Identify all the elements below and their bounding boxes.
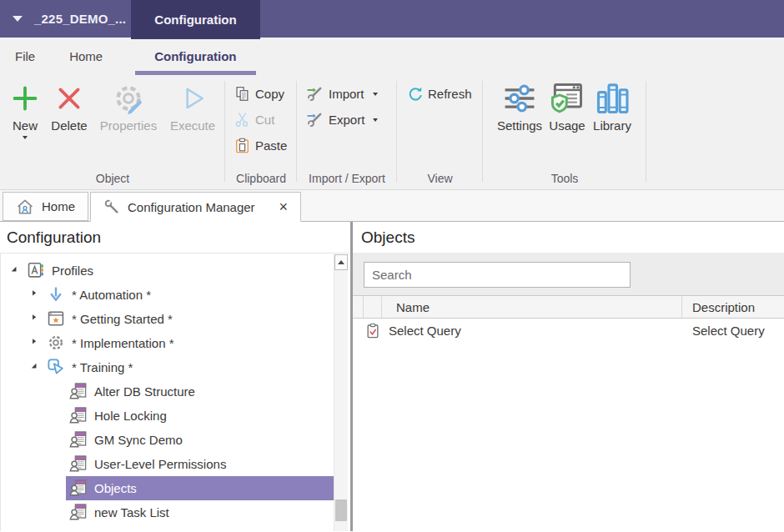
table-row[interactable]: Select QuerySelect Query <box>353 319 784 343</box>
play-icon <box>178 79 207 118</box>
profile-item-icon <box>69 430 88 449</box>
library-books-icon <box>594 79 631 118</box>
ribbon: New Delete Properties Execute Object Cop… <box>0 75 784 190</box>
group-label-clipboard: Clipboard <box>225 172 297 189</box>
objects-panel-title: Objects <box>353 222 784 253</box>
configuration-tree: Profiles* Automation ** Getting Started … <box>0 253 350 531</box>
export-wrench-icon <box>306 111 324 128</box>
expander-closed-icon[interactable] <box>29 289 42 301</box>
objects-panel: Objects Name Description Select QuerySel… <box>353 222 784 531</box>
scroll-up-button[interactable] <box>334 254 348 270</box>
ribbon-tab-file[interactable]: File <box>13 38 37 75</box>
tree-item-training[interactable]: * Training * <box>1 355 334 379</box>
delete-button[interactable]: Delete <box>45 77 93 139</box>
export-button[interactable]: Export <box>306 107 397 133</box>
settings-button[interactable]: Settings <box>493 77 546 133</box>
properties-button: Properties <box>93 77 163 139</box>
refresh-button[interactable]: Refresh <box>406 81 483 107</box>
group-label-tools: Tools <box>483 172 646 189</box>
column-header-description[interactable]: Description <box>682 296 784 318</box>
doc-tab-home[interactable]: Home <box>3 192 88 221</box>
chevron-down-icon[interactable] <box>13 16 23 22</box>
task-check-icon <box>364 323 382 339</box>
import-wrench-icon <box>306 85 324 103</box>
group-label-object: Object <box>0 172 225 189</box>
ribbon-tab-strip: File Home Configuration <box>0 38 784 75</box>
ribbon-group-view: Refresh View <box>397 75 483 189</box>
library-button[interactable]: Library <box>588 77 636 133</box>
tree-item-gm-sync-demo[interactable]: GM Sync Demo <box>1 428 334 452</box>
tree-item-user-level-permissions[interactable]: User-Level Permissions <box>1 452 334 476</box>
row-description: Select Query <box>682 324 784 338</box>
column-header-blank-1[interactable] <box>353 296 364 318</box>
tree-item-objects[interactable]: Objects <box>1 476 334 500</box>
expander-open-icon[interactable] <box>9 264 22 277</box>
tree-item-profiles[interactable]: Profiles <box>1 258 334 283</box>
tree-item-implementation[interactable]: * Implementation * <box>1 331 334 355</box>
home-icon <box>16 198 34 216</box>
scrollbar-thumb[interactable] <box>335 499 347 521</box>
window-tab-configuration[interactable]: Configuration <box>131 0 260 39</box>
column-header-blank-2[interactable] <box>364 296 382 318</box>
copy-icon <box>234 86 250 102</box>
ribbon-group-clipboard: Copy Cut Paste Clipboard <box>225 75 297 189</box>
sliders-icon <box>501 79 538 118</box>
paste-button[interactable]: Paste <box>234 133 297 158</box>
plus-icon <box>11 79 39 118</box>
profile-item-icon <box>69 479 88 498</box>
chevron-down-icon <box>23 136 28 139</box>
tree-item-label: GM Sync Demo <box>94 433 183 447</box>
ribbon-group-object: New Delete Properties Execute Object <box>0 75 225 189</box>
group-label-view: View <box>397 172 483 189</box>
refresh-icon <box>406 86 423 103</box>
profiles-icon <box>27 261 46 280</box>
ribbon-tab-home[interactable]: Home <box>68 38 104 75</box>
tree-item-automation[interactable]: * Automation * <box>1 283 334 307</box>
configuration-panel-title: Configuration <box>0 222 350 253</box>
cut-button: Cut <box>234 107 297 133</box>
usage-shield-icon <box>549 79 585 118</box>
tree-item-label: Profiles <box>52 263 93 278</box>
window-title: _225_DEMO_... <box>34 12 126 26</box>
tree-item-label: Alter DB Structure <box>94 384 195 399</box>
chevron-down-icon <box>373 93 378 96</box>
execute-button: Execute <box>163 77 222 139</box>
tree-item-getting-started[interactable]: * Getting Started * <box>1 307 334 331</box>
profile-item-icon <box>69 382 88 401</box>
implementation-gear-icon <box>47 334 66 353</box>
ribbon-tab-configuration[interactable]: Configuration <box>135 38 255 75</box>
tree-scrollbar[interactable] <box>334 254 348 531</box>
tree-item-label: Hole Locking <box>94 409 167 423</box>
tree-item-new-task-list[interactable]: new Task List <box>1 500 334 524</box>
profile-item-icon <box>69 406 88 425</box>
automation-arrow-icon <box>47 285 66 304</box>
delete-icon <box>55 79 83 118</box>
chevron-down-icon <box>373 118 378 122</box>
main-content: Configuration Profiles* Automation ** Ge… <box>0 222 784 531</box>
group-label-import-export: Import / Export <box>297 172 397 189</box>
tree-item-label: Objects <box>94 481 137 495</box>
tree-item-hole-locking[interactable]: Hole Locking <box>1 404 334 428</box>
tree-item-label: * Implementation * <box>72 336 174 350</box>
tree-item-alter-db-structure[interactable]: Alter DB Structure <box>1 379 334 404</box>
doc-tab-configuration-manager[interactable]: Configuration Manager <box>90 192 301 222</box>
import-button[interactable]: Import <box>306 81 397 107</box>
expander-open-icon[interactable] <box>29 361 42 374</box>
expander-closed-icon[interactable] <box>29 313 42 325</box>
gear-pencil-icon <box>112 79 145 118</box>
arrow-up-icon <box>338 260 344 264</box>
new-button[interactable]: New <box>5 77 45 139</box>
copy-button[interactable]: Copy <box>234 81 297 107</box>
row-name: Select Query <box>382 324 682 338</box>
expander-closed-icon[interactable] <box>29 337 42 349</box>
document-tab-bar: Home Configuration Manager <box>0 190 784 222</box>
column-header-name[interactable]: Name <box>382 296 682 318</box>
close-icon[interactable] <box>279 199 289 214</box>
profile-item-icon <box>69 454 88 474</box>
search-input[interactable] <box>364 262 631 288</box>
wrench-icon <box>103 198 120 215</box>
configuration-panel: Configuration Profiles* Automation ** Ge… <box>0 222 350 531</box>
tree-item-label: User-Level Permissions <box>94 457 226 471</box>
usage-button[interactable]: Usage <box>546 77 588 133</box>
paste-icon <box>234 138 250 153</box>
